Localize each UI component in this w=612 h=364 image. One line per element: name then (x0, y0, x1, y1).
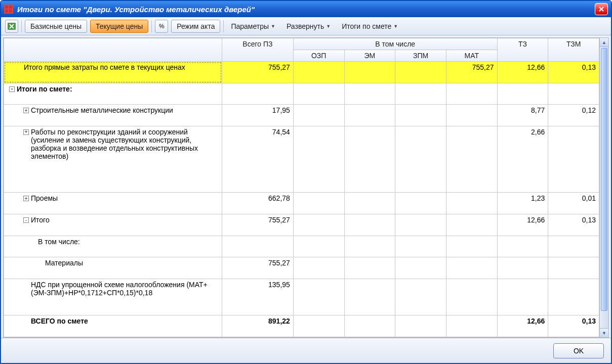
cell-zpm (395, 214, 446, 236)
toolbar-separator (223, 20, 224, 32)
export-excel-button[interactable] (5, 20, 18, 33)
table-row[interactable]: ВСЕГО по смете891,2212,660,13 (4, 315, 599, 337)
col-header-name (4, 38, 222, 62)
collapse-icon[interactable]: - (23, 217, 29, 223)
cell-em (344, 236, 395, 257)
cell-tzm (548, 279, 599, 315)
table-row[interactable]: НДС при упрощенной схеме налогообложения… (4, 279, 599, 315)
row-name-cell: -Итоги по смете: (4, 83, 222, 105)
cell-total: 135,95 (222, 279, 293, 315)
cell-zpm (395, 126, 446, 193)
current-prices-button[interactable]: Текущие цены (90, 20, 148, 33)
table-row[interactable]: +Работы по реконструкции зданий и сооруж… (4, 126, 599, 193)
cell-tzm (548, 83, 599, 105)
ok-button[interactable]: OK (553, 343, 604, 358)
row-label: В том числе: (38, 238, 219, 246)
cell-ozp (293, 83, 344, 105)
scroll-up-button[interactable]: ▲ (600, 38, 608, 47)
cell-tzm: 0,13 (548, 315, 599, 337)
scroll-thumb[interactable] (601, 48, 607, 311)
cell-em (344, 83, 395, 105)
cell-em (344, 214, 395, 236)
expand-icon[interactable]: + (23, 108, 29, 113)
svg-rect-2 (5, 10, 8, 13)
vertical-scrollbar[interactable]: ▲ ▼ (599, 38, 608, 337)
cell-tz: 8,77 (497, 105, 548, 126)
cell-total: 74,54 (222, 126, 293, 193)
grid-scroll-area: Всего ПЗ В том числе ТЗ ТЗМ ОЗП ЭМ ЗПМ М… (4, 38, 599, 337)
cell-ozp (293, 279, 344, 315)
app-window: Итоги по смете "Двери. Устройство метали… (0, 0, 612, 364)
table-row[interactable]: -Итоги по смете: (4, 83, 599, 105)
cell-tzm: 0,01 (548, 193, 599, 214)
cell-tz (497, 257, 548, 279)
collapse-icon[interactable]: - (9, 86, 15, 92)
col-header-including: В том числе (293, 38, 497, 50)
row-name-cell: +Работы по реконструкции зданий и сооруж… (4, 126, 222, 193)
row-name-cell: В том числе: (4, 236, 222, 257)
row-name-cell: -Итого (4, 214, 222, 236)
cell-zpm (395, 193, 446, 214)
expand-icon[interactable]: + (23, 196, 29, 201)
cell-tzm (548, 236, 599, 257)
toolbar-separator (21, 20, 22, 32)
cell-mat (446, 236, 497, 257)
table-row[interactable]: +Проемы662,781,230,01 (4, 193, 599, 214)
table-row[interactable]: -Итого755,2712,660,13 (4, 214, 599, 236)
toolbar: Базисные цены Текущие цены % Режим акта … (1, 17, 611, 35)
expand-menu[interactable]: Развернуть ▼ (282, 20, 335, 33)
cell-zpm (395, 315, 446, 337)
cell-mat (446, 105, 497, 126)
cell-mat (446, 315, 497, 337)
cell-tz: 12,66 (497, 62, 548, 83)
act-mode-button[interactable]: Режим акта (171, 20, 220, 33)
svg-rect-0 (5, 6, 8, 9)
row-label: Итого прямые затраты по смете в текущих … (24, 63, 219, 71)
footer-bar: OK (1, 338, 611, 363)
cell-tz: 1,23 (497, 193, 548, 214)
table-row[interactable]: В том числе: (4, 236, 599, 257)
cell-total: 755,27 (222, 214, 293, 236)
cell-tzm (548, 126, 599, 193)
row-label: Работы по реконструкции зданий и сооруже… (31, 128, 219, 160)
cell-ozp (293, 105, 344, 126)
cell-zpm (395, 83, 446, 105)
row-label: Итоги по смете: (17, 85, 219, 93)
cell-total (222, 83, 293, 105)
table-row[interactable]: Итого прямые затраты по смете в текущих … (4, 62, 599, 83)
menu-label: Итоги по смете (342, 22, 391, 30)
col-header-zpm: ЗПМ (395, 50, 446, 62)
cell-em (344, 193, 395, 214)
row-label: ВСЕГО по смете (31, 317, 219, 325)
row-label: НДС при упрощенной схеме налогообложения… (31, 281, 219, 297)
cell-tz: 12,66 (497, 214, 548, 236)
cell-mat: 755,27 (446, 62, 497, 83)
cell-ozp (293, 214, 344, 236)
row-name-cell: Материалы (4, 257, 222, 279)
cell-mat (446, 193, 497, 214)
basic-prices-button[interactable]: Базисные цены (25, 20, 87, 33)
percent-icon-button[interactable]: % (155, 20, 168, 33)
col-header-mat: МАТ (446, 50, 497, 62)
col-header-ozp: ОЗП (293, 50, 344, 62)
expand-icon[interactable]: + (23, 129, 29, 135)
menu-label: Параметры (231, 22, 269, 30)
table-row[interactable]: Материалы755,27 (4, 257, 599, 279)
totals-menu[interactable]: Итоги по смете ▼ (338, 20, 402, 33)
svg-rect-3 (9, 10, 12, 13)
close-button[interactable] (595, 3, 608, 15)
parameters-menu[interactable]: Параметры ▼ (227, 20, 279, 33)
col-header-em: ЭМ (344, 50, 395, 62)
chevron-down-icon: ▼ (326, 24, 331, 29)
app-icon (4, 5, 13, 14)
results-table: Всего ПЗ В том числе ТЗ ТЗМ ОЗП ЭМ ЗПМ М… (4, 38, 599, 337)
table-row[interactable]: +Строительные металлические конструкции1… (4, 105, 599, 126)
cell-mat (446, 257, 497, 279)
grid-container: Всего ПЗ В том числе ТЗ ТЗМ ОЗП ЭМ ЗПМ М… (3, 37, 609, 338)
cell-total: 662,78 (222, 193, 293, 214)
cell-total: 755,27 (222, 257, 293, 279)
scroll-down-button[interactable]: ▼ (600, 328, 608, 337)
row-label: Итого (31, 216, 219, 224)
cell-ozp (293, 315, 344, 337)
cell-total: 17,95 (222, 105, 293, 126)
